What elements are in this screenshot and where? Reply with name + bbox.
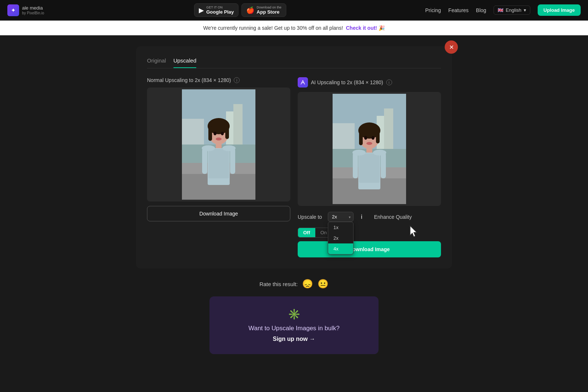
close-icon: ✕ (449, 44, 454, 51)
sad-emoji-btn[interactable]: 😞 (302, 279, 313, 289)
tab-original[interactable]: Original (147, 57, 166, 68)
enhance-toggle: Off On (298, 228, 332, 238)
ai-title-text: AI Upscaling to 2x (834 × 1280) (311, 79, 383, 85)
neutral-emoji-btn[interactable]: 😐 (318, 279, 329, 289)
google-play-sub: GET IT ON (206, 6, 234, 9)
app-store-btn[interactable]: 🍎 Download on the App Store (241, 3, 286, 17)
svg-rect-29 (359, 153, 380, 183)
rating-row: Rate this result: 😞 😐 (259, 279, 329, 289)
nav-right: Pricing Features Blog 🇬🇧 English ▾ Uploa… (425, 4, 581, 16)
brand: ✦ ale media by PixelBin.io (7, 4, 44, 16)
ai-upscale-svg (300, 79, 306, 85)
ai-controls-container: Upscale to 1x 2x 4x ▾ 1x 2x (298, 210, 441, 257)
svg-rect-41 (381, 153, 386, 178)
brand-sub: by PixelBin.io (22, 11, 44, 15)
ai-title: AI Upscaling to 2x (834 × 1280) i (298, 77, 441, 88)
flag-icon: 🇬🇧 (498, 7, 503, 13)
ai-info-symbol: i (388, 81, 389, 85)
main-content: ✕ Original Upscaled Normal Upscaling to … (0, 35, 588, 365)
scale-option-4x[interactable]: 4x (328, 243, 353, 254)
scale-info-icon[interactable]: i (361, 214, 362, 220)
ai-image (298, 92, 441, 206)
scale-option-1x[interactable]: 1x (328, 222, 353, 233)
bulk-title: Want to Upscale Images in bulk? (221, 325, 367, 332)
ai-person-svg (333, 94, 406, 204)
svg-rect-8 (208, 149, 229, 178)
chevron-down-icon: ▾ (524, 7, 526, 13)
rating-label: Rate this result: (259, 281, 298, 287)
svg-rect-25 (333, 123, 355, 149)
svg-rect-24 (384, 108, 393, 149)
google-play-btn[interactable]: ▶ GET IT ON Google Play (194, 3, 239, 17)
modal-card: ✕ Original Upscaled Normal Upscaling to … (136, 46, 452, 268)
scale-info-symbol: i (361, 214, 362, 220)
close-button[interactable]: ✕ (445, 40, 458, 54)
ai-download-button[interactable]: Download Image (298, 241, 441, 257)
scale-select[interactable]: 1x 2x 4x (328, 212, 354, 222)
svg-point-16 (216, 138, 222, 140)
language-label: English (506, 7, 521, 13)
app-store-main: App Store (257, 9, 282, 15)
normal-title: Normal Upscaling to 2x (834 × 1280) i (147, 77, 290, 83)
language-selector[interactable]: 🇬🇧 English ▾ (494, 6, 530, 15)
bulk-card: ✳️ Want to Upscale Images in bulk? Sign … (209, 296, 379, 354)
store-buttons: ▶ GET IT ON Google Play 🍎 Download on th… (55, 3, 425, 17)
brand-name: ale media (22, 5, 44, 11)
enhance-quality-label: Enhance Quality (374, 214, 412, 220)
normal-title-text: Normal Upscaling to 2x (834 × 1280) (147, 77, 231, 83)
navbar: ✦ ale media by PixelBin.io ▶ GET IT ON G… (0, 0, 588, 21)
svg-rect-4 (182, 119, 204, 145)
svg-rect-13 (225, 126, 229, 139)
ai-info-icon[interactable]: i (386, 79, 392, 85)
tabs: Original Upscaled (147, 57, 441, 68)
scale-select-wrapper: 1x 2x 4x ▾ 1x 2x 4x (328, 212, 354, 222)
controls-row: Upscale to 1x 2x 4x ▾ 1x 2x (298, 212, 441, 238)
svg-rect-12 (208, 126, 212, 141)
tab-upscaled[interactable]: Upscaled (173, 57, 197, 68)
normal-upscaling-col: Normal Upscaling to 2x (834 × 1280) i (147, 77, 290, 257)
pricing-link[interactable]: Pricing (425, 7, 441, 13)
google-play-icon: ▶ (199, 6, 204, 14)
scale-dropdown[interactable]: 1x 2x 4x (328, 222, 354, 254)
upscale-to-label: Upscale to (298, 214, 322, 220)
scale-option-2x[interactable]: 2x (328, 233, 353, 243)
svg-rect-19 (202, 148, 207, 174)
svg-point-14 (214, 132, 216, 135)
blog-link[interactable]: Blog (476, 7, 486, 13)
sale-banner: We're currently running a sale! Get up t… (0, 21, 588, 35)
svg-rect-3 (233, 104, 243, 145)
comparison-grid: Normal Upscaling to 2x (834 × 1280) i (147, 77, 441, 257)
sale-text: We're currently running a sale! Get up t… (203, 25, 343, 31)
features-link[interactable]: Features (448, 7, 469, 13)
svg-rect-20 (230, 148, 235, 174)
svg-rect-33 (359, 131, 363, 145)
sale-link[interactable]: Check it out! 🎉 (346, 25, 385, 31)
cursor-icon (407, 224, 419, 239)
normal-info-icon[interactable]: i (234, 77, 240, 83)
toggle-off-btn[interactable]: Off (298, 228, 315, 237)
app-store-sub: Download on the (257, 6, 282, 9)
upload-button[interactable]: Upload Image (538, 4, 581, 16)
svg-point-36 (372, 136, 374, 140)
svg-rect-34 (376, 131, 380, 143)
svg-point-37 (366, 142, 372, 145)
ai-upscale-icon (298, 77, 308, 88)
google-play-main: Google Play (206, 9, 234, 15)
apple-icon: 🍎 (246, 6, 254, 14)
svg-point-35 (364, 136, 367, 140)
normal-download-button[interactable]: Download Image (147, 206, 290, 221)
normal-person-svg (182, 89, 255, 200)
svg-point-15 (221, 132, 224, 135)
ai-upscaling-col: AI Upscaling to 2x (834 × 1280) i (298, 77, 441, 257)
brand-logo: ✦ (7, 4, 19, 16)
normal-image (147, 88, 290, 202)
info-symbol: i (236, 78, 237, 82)
bulk-signup-link[interactable]: Sign up now → (273, 336, 315, 342)
bulk-icon: ✳️ (221, 308, 367, 320)
svg-rect-40 (353, 153, 358, 178)
